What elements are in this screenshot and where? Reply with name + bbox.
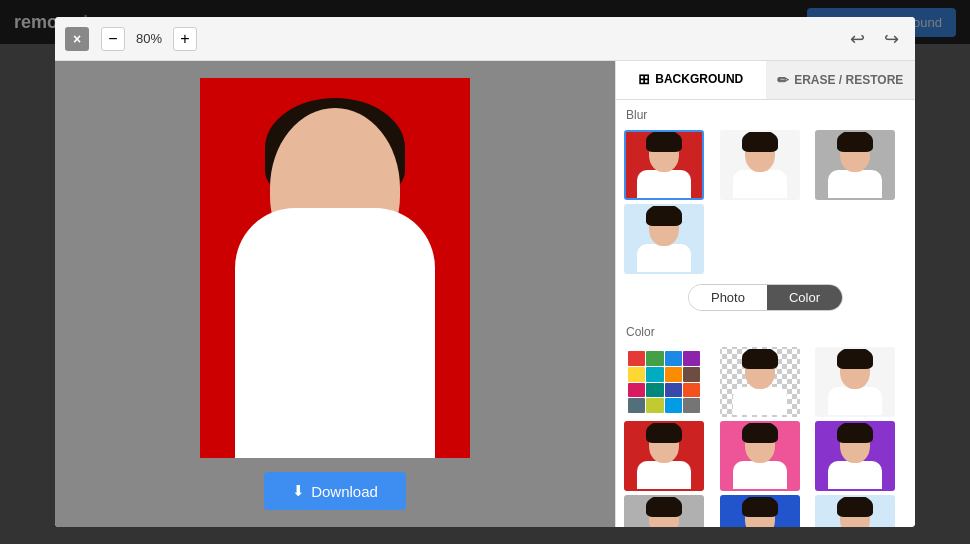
undo-button[interactable]: ↩ bbox=[843, 25, 871, 53]
color-swatch[interactable] bbox=[683, 367, 700, 382]
blur-thumb-2[interactable] bbox=[720, 130, 800, 200]
blur-thumb-1[interactable] bbox=[624, 130, 704, 200]
color-swatch[interactable] bbox=[646, 398, 663, 413]
right-panel: ⊞ BACKGROUND ✏ ERASE / RESTORE Blur bbox=[615, 61, 915, 527]
purple-bg-thumb[interactable] bbox=[815, 421, 895, 491]
undo-redo-controls: ↩ ↪ bbox=[843, 25, 905, 53]
layers-icon: ⊞ bbox=[638, 71, 650, 87]
blue-bg-thumb[interactable] bbox=[720, 495, 800, 527]
modal: × − 80% + ↩ ↪ bbox=[55, 17, 915, 527]
main-content: ⬇ Download ⊞ BACKGROUND ✏ ERASE / RESTOR… bbox=[55, 61, 915, 527]
gray-bg-thumb[interactable] bbox=[624, 495, 704, 527]
photo-toggle-button[interactable]: Photo bbox=[689, 285, 767, 310]
color-thumbnails bbox=[616, 343, 915, 527]
color-toggle-button[interactable]: Color bbox=[767, 285, 842, 310]
zoom-value: 80% bbox=[131, 31, 167, 46]
color-swatch[interactable] bbox=[665, 351, 682, 366]
tab-background[interactable]: ⊞ BACKGROUND bbox=[616, 61, 766, 99]
eraser-icon: ✏ bbox=[777, 72, 789, 88]
color-swatch[interactable] bbox=[646, 383, 663, 398]
color-swatch[interactable] bbox=[628, 367, 645, 382]
blur-thumbnails bbox=[616, 126, 915, 278]
modal-overlay: × − 80% + ↩ ↪ bbox=[0, 0, 970, 544]
color-swatch[interactable] bbox=[628, 398, 645, 413]
download-label: Download bbox=[311, 483, 378, 500]
toolbar: × − 80% + ↩ ↪ bbox=[55, 17, 915, 61]
toggle-row: Photo Color bbox=[616, 278, 915, 317]
close-button[interactable]: × bbox=[65, 27, 89, 51]
color-swatch[interactable] bbox=[646, 367, 663, 382]
color-swatch[interactable] bbox=[683, 383, 700, 398]
blur-thumb-3[interactable] bbox=[815, 130, 895, 200]
pink-bg-thumb[interactable] bbox=[720, 421, 800, 491]
color-swatch[interactable] bbox=[628, 383, 645, 398]
color-label: Color bbox=[616, 317, 915, 343]
blur-thumb-4[interactable] bbox=[624, 204, 704, 274]
color-swatch[interactable] bbox=[683, 351, 700, 366]
download-button[interactable]: ⬇ Download bbox=[264, 472, 406, 510]
photo-color-toggle: Photo Color bbox=[688, 284, 843, 311]
color-swatch[interactable] bbox=[683, 398, 700, 413]
red-bg-thumb[interactable] bbox=[624, 421, 704, 491]
panel-tabs: ⊞ BACKGROUND ✏ ERASE / RESTORE bbox=[616, 61, 915, 100]
lightblue-bg-thumb[interactable] bbox=[815, 495, 895, 527]
color-swatch[interactable] bbox=[628, 351, 645, 366]
zoom-controls: − 80% + bbox=[101, 27, 197, 51]
transparent-thumb[interactable] bbox=[720, 347, 800, 417]
tab-background-label: BACKGROUND bbox=[655, 72, 743, 86]
person-body bbox=[235, 208, 435, 458]
photo-preview bbox=[200, 78, 470, 458]
color-swatch[interactable] bbox=[665, 398, 682, 413]
color-palette-grid bbox=[628, 351, 700, 413]
panel-scroll[interactable]: Blur bbox=[616, 100, 915, 527]
color-swatch[interactable] bbox=[646, 351, 663, 366]
tab-erase-restore[interactable]: ✏ ERASE / RESTORE bbox=[766, 61, 916, 99]
blur-label: Blur bbox=[616, 100, 915, 126]
color-swatch[interactable] bbox=[665, 367, 682, 382]
canvas-area: ⬇ Download bbox=[55, 61, 615, 527]
zoom-in-button[interactable]: + bbox=[173, 27, 197, 51]
download-icon: ⬇ bbox=[292, 482, 305, 500]
zoom-out-button[interactable]: − bbox=[101, 27, 125, 51]
color-swatch[interactable] bbox=[665, 383, 682, 398]
redo-button[interactable]: ↪ bbox=[877, 25, 905, 53]
tab-erase-label: ERASE / RESTORE bbox=[794, 73, 903, 87]
color-palette-thumb[interactable] bbox=[624, 347, 704, 417]
white-bg-thumb[interactable] bbox=[815, 347, 895, 417]
person-figure bbox=[200, 78, 470, 458]
